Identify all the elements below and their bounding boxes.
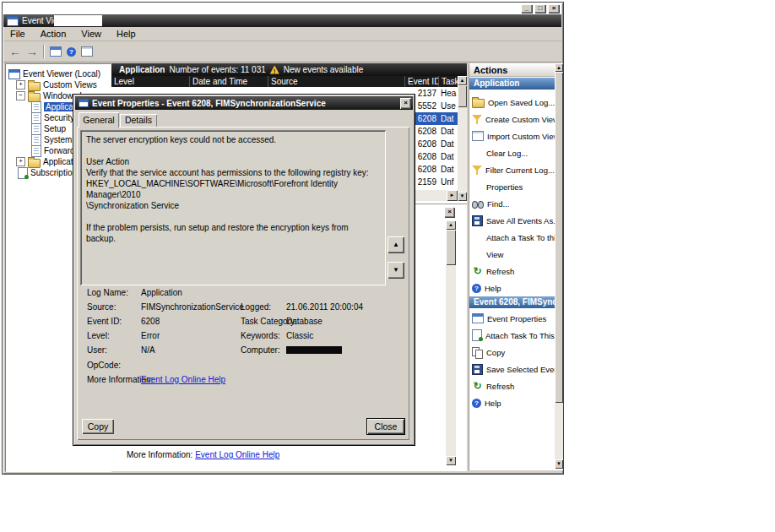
tree-item-custom-views[interactable]: + Custom Views — [6, 79, 111, 90]
preview-more-information: More Information: Event Log Online Help — [127, 450, 279, 459]
folder-icon — [28, 159, 41, 168]
action-label: Save Selected Events... — [486, 365, 556, 374]
preview-close-button[interactable]: × — [444, 207, 455, 218]
column-event-id[interactable]: Event ID — [405, 76, 439, 87]
event-log-online-help-link[interactable]: Event Log Online Help — [141, 375, 225, 384]
source-label: Source: — [87, 302, 116, 312]
task-cell: Unf — [441, 176, 458, 188]
menu-bar: File Action View Help — [3, 27, 561, 41]
expand-icon[interactable]: + — [16, 157, 25, 166]
menu-action[interactable]: Action — [41, 29, 67, 39]
previous-event-button[interactable]: ▲ — [388, 236, 404, 253]
collapse-icon[interactable]: − — [16, 91, 25, 100]
copy-icon — [472, 347, 483, 357]
scroll-down-button[interactable]: ▼ — [458, 192, 467, 201]
user-label: User: — [87, 345, 107, 355]
expand-icon[interactable]: + — [16, 80, 25, 90]
menu-view[interactable]: View — [81, 29, 101, 39]
tree-item-event-viewer-local[interactable]: Event Viewer (Local) — [6, 68, 111, 79]
action-import-custom-view[interactable]: Import Custom View... — [472, 129, 556, 143]
actions-section-event[interactable]: Event 6208, FIMSynchroni... — [469, 296, 556, 308]
close-button[interactable]: Close — [367, 419, 404, 434]
log-icon — [31, 123, 41, 135]
action-view[interactable]: View — [472, 247, 556, 261]
action-help-event[interactable]: ? Help — [472, 396, 556, 410]
actions-scrollbar[interactable]: ▲ ▼ — [555, 63, 563, 469]
copy-button[interactable]: Copy — [82, 419, 114, 434]
preview-vertical-scrollbar[interactable]: ▲ ▼ — [446, 220, 456, 465]
action-label: Clear Log... — [486, 149, 528, 158]
properties-button[interactable] — [81, 46, 93, 57]
scroll-up-button[interactable]: ▲ — [446, 220, 456, 230]
column-date-time[interactable]: Date and Time — [190, 76, 268, 87]
user-value: N/A — [141, 345, 155, 355]
task-cell: Dat — [441, 150, 458, 163]
scroll-up-button[interactable]: ▲ — [458, 76, 467, 85]
event-viewer-window: _ □ × Event Viewer File Action View Help… — [2, 2, 564, 475]
event-properties-icon — [472, 313, 484, 323]
field-row: Source: FIMSynchronizationService Logged… — [84, 302, 408, 314]
tab-general[interactable]: General — [79, 112, 119, 128]
close-button[interactable]: × — [548, 4, 560, 14]
action-event-properties[interactable]: Event Properties — [472, 312, 556, 325]
action-label: Filter Current Log... — [485, 166, 555, 175]
action-save-selected-events[interactable]: Save Selected Events... — [472, 362, 556, 376]
filter-current-log-icon — [472, 166, 482, 175]
scrollbar-thumb[interactable] — [446, 230, 456, 265]
next-event-button[interactable]: ▼ — [388, 262, 404, 279]
dialog-icon — [79, 99, 89, 107]
log-icon — [31, 112, 41, 124]
action-label: Create Custom View... — [485, 115, 556, 124]
level-value: Error — [141, 331, 160, 340]
action-label: Event Properties — [487, 314, 546, 323]
action-attach-task-to-log[interactable]: Attach a Task To this Log... — [472, 231, 556, 244]
log-summary-bar: Application Number of events: 11 031 ! N… — [111, 63, 467, 76]
action-refresh[interactable]: ↻ Refresh — [472, 264, 556, 278]
scroll-up-button[interactable]: ▲ — [555, 63, 563, 72]
tab-details[interactable]: Details — [120, 114, 157, 127]
dialog-titlebar: Event Properties - Event 6208, FIMSynchr… — [75, 96, 413, 110]
table-vertical-scrollbar[interactable]: ▲ ▼ — [458, 76, 467, 201]
dialog-close-button[interactable]: × — [400, 98, 411, 109]
log-icon — [31, 145, 41, 157]
action-copy[interactable]: Copy — [472, 345, 556, 359]
actions-pane: Actions Application Open Saved Log... Cr… — [469, 63, 563, 470]
forward-button[interactable]: → — [26, 45, 38, 58]
menu-help[interactable]: Help — [117, 29, 136, 39]
action-refresh-event[interactable]: ↻ Refresh — [472, 379, 556, 393]
action-save-all-events-as[interactable]: Save All Events As... — [472, 214, 556, 227]
more-information-label: More Information: — [127, 450, 192, 459]
column-level[interactable]: Level — [111, 76, 190, 87]
log-icon — [31, 134, 41, 146]
action-attach-task-to-event[interactable]: Attach Task To This Even... — [472, 328, 556, 342]
back-button[interactable]: ← — [9, 45, 21, 58]
scroll-down-button[interactable]: ▼ — [446, 456, 456, 465]
action-filter-current-log[interactable]: Filter Current Log... — [472, 163, 556, 176]
event-description[interactable]: The server encryption keys could not be … — [80, 130, 386, 285]
create-custom-view-icon — [472, 115, 482, 124]
action-help[interactable]: ? Help — [472, 281, 556, 295]
scroll-right-button[interactable]: ► — [447, 190, 458, 201]
scrollbar-thumb[interactable] — [458, 85, 467, 107]
action-properties[interactable]: Properties — [472, 180, 556, 193]
scroll-down-button[interactable]: ▼ — [555, 459, 563, 469]
refresh-icon: ↻ — [472, 266, 483, 276]
save-icon — [472, 364, 483, 375]
action-create-custom-view[interactable]: Create Custom View... — [472, 112, 556, 126]
scrollbar-thumb[interactable] — [555, 72, 563, 403]
actions-section-application[interactable]: Application — [469, 78, 556, 90]
help-button[interactable]: ? — [67, 47, 76, 57]
action-find[interactable]: Find... — [472, 197, 556, 210]
column-task[interactable]: Task — [439, 76, 458, 87]
action-open-saved-log[interactable]: Open Saved Log... — [472, 95, 556, 109]
column-source[interactable]: Source — [268, 76, 405, 87]
show-console-tree-button[interactable] — [50, 46, 62, 57]
minimize-button[interactable]: _ — [521, 4, 533, 14]
action-clear-log[interactable]: Clear Log... — [472, 146, 556, 160]
subscriptions-icon — [18, 167, 28, 179]
save-icon — [472, 215, 483, 226]
menu-file[interactable]: File — [10, 29, 25, 39]
event-log-online-help-link[interactable]: Event Log Online Help — [195, 450, 279, 459]
field-row: Level: Error Keywords: Classic — [84, 331, 408, 343]
maximize-button[interactable]: □ — [534, 4, 546, 14]
